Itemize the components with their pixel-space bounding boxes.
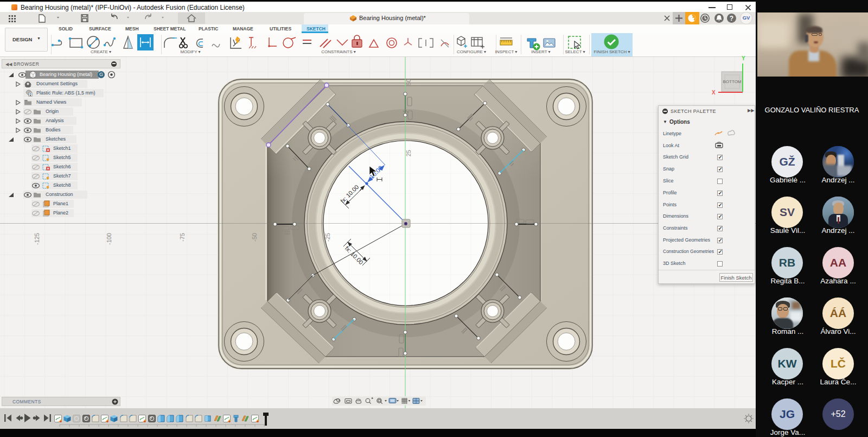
svg-text:50: 50: [405, 79, 412, 85]
svg-text:X: X: [712, 90, 716, 96]
svg-text:BOTTOM: BOTTOM: [723, 79, 741, 84]
svg-text:Y: Y: [742, 55, 745, 61]
svg-text:-25: -25: [324, 233, 331, 242]
svg-text:-75: -75: [179, 233, 186, 242]
svg-text:25: 25: [405, 150, 412, 156]
svg-text:?: ?: [730, 15, 733, 22]
svg-text:-125: -125: [34, 233, 40, 245]
svg-text:-100: -100: [106, 233, 112, 245]
svg-text:-50: -50: [251, 233, 258, 242]
